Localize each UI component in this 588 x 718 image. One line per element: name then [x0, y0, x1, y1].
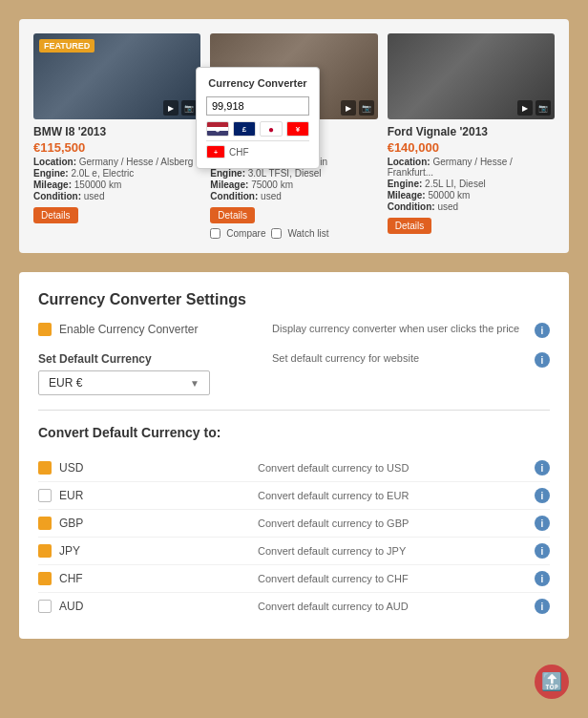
enable-setting-right: Display currency converter when user cli…: [272, 323, 550, 338]
convert-row-gbp: GBP Convert default currency to GBP i: [38, 510, 550, 538]
car-mileage-1: Mileage: 150000 km: [33, 180, 200, 190]
car-engine-1: Engine: 2.0L e, Electric: [33, 168, 200, 179]
car-image-1: FEATURED ▶ 📷: [33, 33, 200, 119]
eur-info-icon[interactable]: i: [535, 488, 550, 503]
car-title-3: Ford Vignale '2013: [388, 125, 555, 138]
details-button-2[interactable]: Details: [210, 207, 255, 223]
enable-toggle-row: Enable Currency Converter: [38, 323, 258, 336]
enable-toggle[interactable]: [38, 323, 52, 336]
convert-left-gbp: GBP: [38, 517, 258, 530]
chf-toggle[interactable]: [38, 572, 52, 585]
default-currency-left: Set Default Currency EUR € ▼: [38, 352, 258, 395]
car-card-1: FEATURED ▶ 📷 BMW I8 '2013 €115,500 Locat…: [33, 33, 200, 239]
currency-converter-popup: Currency Converter $ £ ¥ + CHF: [196, 67, 320, 169]
enable-description: Display currency converter when user cli…: [272, 323, 529, 334]
car-engine-3: Engine: 2.5L LI, Diesel: [388, 179, 555, 189]
settings-section: Currency Converter Settings Enable Curre…: [19, 272, 569, 639]
compare-row: Compare Watch list: [210, 228, 377, 239]
default-currency-info-icon[interactable]: i: [535, 352, 550, 368]
car-condition-1: Condition: used: [33, 191, 200, 201]
enable-label: Enable Currency Converter: [59, 323, 198, 336]
eur-code: EUR: [59, 489, 83, 502]
car-location-3: Location: Germany / Hesse / Frankfurt...: [388, 157, 555, 178]
car-image-3: ▶ 📷: [388, 33, 555, 119]
flag-chf: +: [206, 145, 225, 158]
jpy-toggle[interactable]: [38, 544, 52, 558]
enable-setting-row: Enable Currency Converter Display curren…: [38, 323, 550, 338]
car-condition-3: Condition: used: [388, 201, 555, 212]
settings-title: Currency Converter Settings: [38, 291, 550, 308]
jpy-description: Convert default currency to JPY: [258, 545, 529, 557]
car-location-1: Location: Germany / Hesse / Alsberg: [33, 157, 200, 167]
video-icon-3: ▶: [517, 100, 533, 116]
convert-section-title: Convert Default Currency to:: [38, 425, 550, 440]
watchlist-label: Watch list: [287, 228, 328, 239]
video-icon: ▶: [163, 100, 178, 116]
enable-setting-left: Enable Currency Converter: [38, 323, 258, 336]
aud-info-icon[interactable]: i: [535, 599, 550, 614]
car-condition-2: Condition: used: [210, 191, 377, 201]
default-currency-right: Set default currency for website i: [272, 352, 550, 368]
convert-row-usd: USD Convert default currency to USD i: [38, 454, 550, 482]
convert-row-jpy: JPY Convert default currency to JPY i: [38, 538, 550, 565]
convert-right-usd: Convert default currency to USD i: [258, 460, 550, 475]
watchlist-checkbox[interactable]: [271, 228, 282, 239]
car-title-1: BMW I8 '2013: [33, 125, 200, 138]
details-button-1[interactable]: Details: [33, 207, 78, 223]
car-card-3: ▶ 📷 Ford Vignale '2013 €140,000 Location…: [388, 33, 555, 239]
photo-icon-2: 📷: [359, 100, 374, 116]
usd-info-icon[interactable]: i: [535, 460, 550, 475]
car-engine-2: Engine: 3.0L TFSI, Diesel: [210, 168, 377, 179]
photo-icon-3: 📷: [536, 100, 551, 116]
convert-left-aud: AUD: [38, 600, 258, 613]
details-button-3[interactable]: Details: [388, 218, 432, 234]
usd-description: Convert default currency to USD: [258, 462, 529, 474]
section-divider: [38, 410, 550, 411]
jpy-code: JPY: [59, 544, 80, 558]
chf-description: Convert default currency to CHF: [258, 573, 529, 584]
video-icon-2: ▶: [341, 100, 356, 116]
aud-toggle[interactable]: [38, 600, 52, 613]
currency-select-value: EUR €: [49, 376, 82, 390]
gbp-description: Convert default currency to GBP: [258, 517, 529, 529]
flag-jp[interactable]: [260, 121, 283, 137]
flag-row: $ £ ¥: [206, 121, 309, 137]
dropdown-arrow-icon: ▼: [190, 378, 200, 389]
car-listing-section: FEATURED ▶ 📷 BMW I8 '2013 €115,500 Locat…: [19, 19, 569, 253]
convert-row-eur: EUR Convert default currency to EUR i: [38, 482, 550, 510]
usd-toggle[interactable]: [38, 461, 52, 475]
convert-left-jpy: JPY: [38, 544, 258, 558]
convert-row-chf: CHF Convert default currency to CHF i: [38, 565, 550, 593]
convert-right-eur: Convert default currency to EUR i: [258, 488, 550, 503]
flag-gb[interactable]: £: [233, 121, 256, 137]
default-currency-label: Set Default Currency: [38, 352, 258, 366]
photo-icon: 📷: [181, 100, 197, 116]
eur-toggle[interactable]: [38, 489, 52, 502]
chf-code: CHF: [59, 572, 83, 585]
gbp-info-icon[interactable]: i: [535, 516, 550, 531]
currency-select-dropdown[interactable]: EUR € ▼: [38, 370, 210, 395]
eur-description: Convert default currency to EUR: [258, 490, 529, 501]
gbp-toggle[interactable]: [38, 517, 52, 530]
currency-input[interactable]: [206, 96, 309, 116]
convert-right-chf: Convert default currency to CHF i: [258, 571, 550, 586]
car-icons-1: ▶ 📷: [163, 100, 197, 116]
convert-right-aud: Convert default currency to AUD i: [258, 599, 550, 614]
flag-us[interactable]: $: [206, 121, 229, 137]
scroll-to-top-button[interactable]: 🔝: [535, 665, 569, 699]
featured-badge: FEATURED: [39, 39, 94, 53]
car-mileage-2: Mileage: 75000 km: [210, 180, 377, 190]
compare-checkbox[interactable]: [210, 228, 220, 239]
aud-code: AUD: [59, 600, 83, 613]
default-currency-description: Set default currency for website: [272, 352, 529, 364]
convert-right-jpy: Convert default currency to JPY i: [258, 543, 550, 559]
jpy-info-icon[interactable]: i: [535, 543, 550, 559]
chf-info-icon[interactable]: i: [535, 571, 550, 586]
car-mileage-3: Mileage: 50000 km: [388, 190, 555, 201]
convert-row-aud: AUD Convert default currency to AUD i: [38, 593, 550, 620]
flag-ch[interactable]: ¥: [286, 121, 309, 137]
convert-right-gbp: Convert default currency to GBP i: [258, 516, 550, 531]
compare-label: Compare: [226, 228, 265, 239]
enable-info-icon[interactable]: i: [535, 323, 550, 338]
chf-label: CHF: [229, 147, 249, 158]
